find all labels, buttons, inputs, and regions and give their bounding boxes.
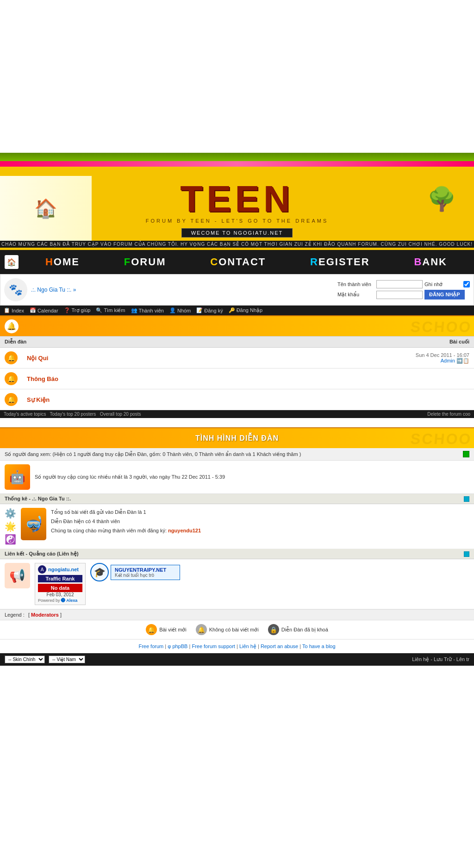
legend-bracket-close: ] <box>60 612 62 618</box>
links-sub-header: Liên kết - Quảng cáo (Liên hệ) <box>0 549 474 559</box>
forum-path-link[interactable]: .:. Ngo Gia Tu ::. » <box>31 287 76 293</box>
nguyentraipy-box: NGUYENTRAIPY.NET Kết nối tuổi học trò <box>111 565 180 580</box>
nav-item-home[interactable]: HOME <box>36 256 89 268</box>
active-topics-link[interactable]: Today's active topics <box>4 412 46 417</box>
stats-text: Tổng số bài viết đã gửi vào Diễn Đàn là … <box>51 508 469 535</box>
footer-lentren-link[interactable]: Lên tr <box>456 656 469 662</box>
stats-avatar: 🤿 <box>21 508 46 540</box>
help-icon: ❓ <box>64 307 70 313</box>
remember-label: Ghi nhớ <box>424 281 462 287</box>
links-avatar: 📢 <box>5 563 30 588</box>
links-content-row: 📢 A ngogiatu.net Traffic Rank No data Fe… <box>0 559 474 609</box>
nav-link-index[interactable]: 📋 Index <box>4 307 24 313</box>
forum-link-noiqui[interactable]: Nội Qui <box>27 355 48 362</box>
register-icon: 📝 <box>196 307 203 313</box>
footer-right-links: Liên hệ - Lưu Trữ - Lên tr <box>412 656 469 662</box>
nav-link-help[interactable]: ❓ Trợ giúp <box>64 307 91 313</box>
members-icon: 👥 <box>131 307 137 313</box>
nav-contact-accent: C <box>210 256 218 268</box>
footer-bar: -- Skin Chính -- Việt Nam Liên hệ - Lưu … <box>0 653 474 666</box>
username-label: Tên thành viên <box>337 281 374 287</box>
nav-home-accent: H <box>45 256 54 268</box>
banner-right-illustration: 🌳 <box>409 167 474 231</box>
nav-link-groups[interactable]: 👤 Nhóm <box>169 307 191 313</box>
new-post-label: Bài viết mới <box>159 627 187 633</box>
forum-name-cell-2: Thông Báo <box>22 368 200 389</box>
forum-logo: 🐾 <box>4 278 27 301</box>
login-button[interactable]: ĐĂNG NHẬP <box>424 290 465 300</box>
forum-name-cell-3: Sự Kiện <box>22 389 200 410</box>
password-input[interactable] <box>376 291 423 299</box>
forum-section-header: 🔔 SCHOO <box>0 315 474 336</box>
banner-center: TEEN FORUM BY TEEN - LET'S GO TO THE DRE… <box>146 169 329 239</box>
nav-item-forum[interactable]: FORUM <box>115 256 175 268</box>
nguyentraipy-tagline: Kết nối tuổi học trò <box>115 573 166 578</box>
nav-item-bank[interactable]: BANK <box>405 256 456 268</box>
forum-row-icon-cell-2: 🔔 <box>0 368 22 389</box>
nav-link-login[interactable]: 🔑 Đăng Nhập <box>229 307 263 313</box>
peak-icon: 🤖 <box>5 464 30 490</box>
footer-lienhe-link[interactable]: Liên hệ <box>412 656 429 662</box>
nav-link-members[interactable]: 👥 Thành viên <box>131 307 164 313</box>
nav-item-contact[interactable]: CONTACT <box>201 256 275 268</box>
search-icon: 🔍 <box>96 307 102 313</box>
last-post-icons: ➡️📋 <box>456 358 469 363</box>
banner-subtitle: FORUM BY TEEN - LET'S GO TO THE DREAMS <box>146 218 329 224</box>
banner-main: 🏠 🌳 TEEN FORUM BY TEEN - LET'S GO TO THE… <box>0 167 474 241</box>
forum-name-cell: Nội Qui <box>22 348 200 368</box>
nav-bank-accent: B <box>414 256 422 268</box>
banner-top-strip <box>0 153 474 161</box>
nav-register-rest: EGISTER <box>318 256 370 268</box>
forum-row-icon-3: 🔔 <box>5 393 18 406</box>
forum-row-icon-cell: 🔔 <box>0 348 22 368</box>
footer-link-report[interactable]: Report an abuse <box>261 643 298 649</box>
country-select[interactable]: -- Việt Nam <box>49 656 85 663</box>
nav-link-search[interactable]: 🔍 Tìm kiếm <box>96 307 125 313</box>
banner-welcome-box: WECOME TO NGOGIATU.NET <box>181 228 293 237</box>
delete-cookies-link[interactable]: Delete the forum coo <box>427 412 470 417</box>
forum-last-post-sukien <box>200 389 474 410</box>
nav-bar: 🏠 HOME FORUM CONTACT REGISTER BANK <box>0 250 474 274</box>
footer-link-blog[interactable]: To have a blog <box>302 643 336 649</box>
remember-checkbox[interactable] <box>463 281 470 287</box>
forum-path: .:. Ngo Gia Tu ::. » <box>31 287 334 293</box>
banner-pink-strip <box>0 161 474 167</box>
stats-sub-header: Thống kê - .:. Ngo Gia Tu ::. <box>0 494 474 504</box>
forum-name-3: Sự Kiện <box>27 396 195 403</box>
footer-link-free-forum[interactable]: Free forum <box>138 643 163 649</box>
traffic-no-data: No data <box>38 584 82 592</box>
nav-register-accent: R <box>310 256 318 268</box>
nav-link-calendar[interactable]: 📅 Calendar <box>30 307 58 313</box>
stats-sub-icon <box>464 496 469 502</box>
links-sub-title: Liên kết - Quảng cáo (Liên hệ) <box>5 551 79 557</box>
stats-icon-1: ⚙️ <box>5 508 16 519</box>
top-20-link[interactable]: Today's top 20 posters <box>50 412 96 417</box>
nav-forum-accent: F <box>124 256 131 268</box>
calendar-icon: 📅 <box>30 307 36 313</box>
username-input[interactable] <box>376 280 423 288</box>
footer-link-phpbb[interactable]: φ phpBB <box>168 643 187 649</box>
skin-select[interactable]: -- Skin Chính <box>5 656 45 663</box>
nguyentraipy-name: NGUYENTRAIPY.NET Kết nối tuổi học trò <box>115 567 166 578</box>
stats-content-row: ⚙️ 🌟 ☯️ 🤿 Tổng số bài viết đã gửi vào Di… <box>0 504 474 549</box>
forum-last-user-noiqui[interactable]: Admin <box>441 358 455 363</box>
forum-link-thongbao[interactable]: Thông Báo <box>27 375 58 382</box>
tagline-strip: CHÀO MỪNG CÁC BẠN ĐÃ TRUY CẬP VÀO FORUM … <box>0 241 474 248</box>
footer-luutru-link[interactable]: Lưu Trữ <box>434 656 452 662</box>
overall-top-link[interactable]: Overall top 20 posts <box>100 412 141 417</box>
newest-member-link[interactable]: nguyendu121 <box>168 528 201 533</box>
nguyentraipy-wrapper: 🎓 NGUYENTRAIPY.NET Kết nối tuổi học trò <box>90 563 180 581</box>
footer-link-lienhe[interactable]: Liên hệ <box>239 643 256 649</box>
traffic-powered: Powered by 🅐 Alexa <box>38 598 82 603</box>
forum-bottom-bar: Today's active topics Today's top 20 pos… <box>0 410 474 418</box>
footer-link-support[interactable]: Free forum support <box>192 643 235 649</box>
traffic-box: A ngogiatu.net Traffic Rank No data Feb … <box>35 563 86 605</box>
login-icon: 🔑 <box>229 307 235 313</box>
forum-name-2: Thông Báo <box>27 375 195 382</box>
banner-left-illustration: 🏠 <box>0 176 93 241</box>
nav-home-icon[interactable]: 🏠 <box>5 255 19 269</box>
nav-item-register[interactable]: REGISTER <box>301 256 379 268</box>
forum-link-sukien[interactable]: Sự Kiện <box>27 396 50 403</box>
stats-icon-2: 🌟 <box>5 521 16 532</box>
nav-link-register[interactable]: 📝 Đăng ký <box>196 307 223 313</box>
